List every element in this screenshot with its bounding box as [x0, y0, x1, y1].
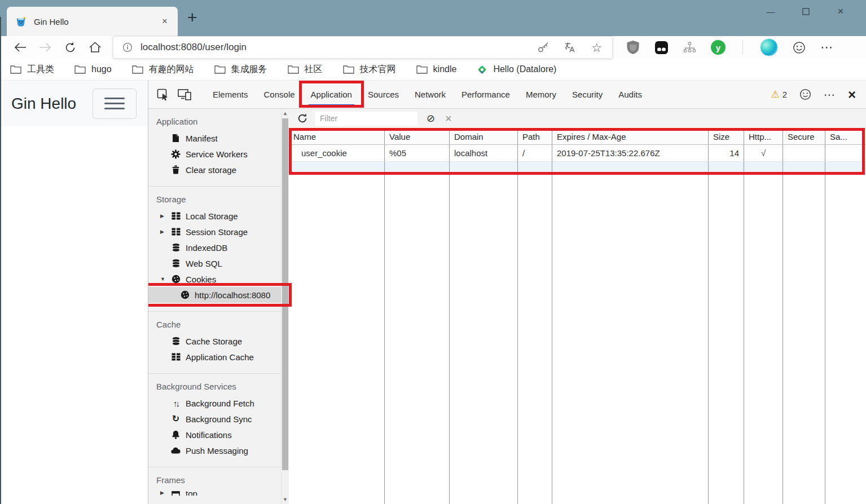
- devtools-tab-security[interactable]: Security: [564, 81, 610, 108]
- scrollbar-thumb[interactable]: [282, 118, 288, 470]
- devtools-tab-elements[interactable]: Elements: [205, 81, 256, 108]
- devtools-tab-performance[interactable]: Performance: [454, 81, 518, 108]
- page-brand[interactable]: Gin Hello: [11, 95, 76, 113]
- table-icon: [171, 227, 181, 237]
- devtools-tab-memory[interactable]: Memory: [518, 81, 564, 108]
- table-icon: [171, 352, 181, 362]
- cookie-filter-input[interactable]: [315, 112, 417, 126]
- sidebar-item-web-sql[interactable]: Web SQL: [148, 255, 281, 271]
- saved-password-key-icon[interactable]: [537, 41, 550, 54]
- tab-title: Gin Hello: [34, 17, 160, 26]
- sidebar-item-clear-storage[interactable]: Clear storage: [148, 162, 281, 178]
- back-icon[interactable]: [8, 42, 33, 53]
- sidebar-item-manifest[interactable]: Manifest: [148, 130, 281, 146]
- sidebar-item-indexeddb[interactable]: IndexedDB: [148, 240, 281, 255]
- sidebar-item-session-storage[interactable]: ▶ Session Storage: [148, 224, 281, 240]
- window-maximize-icon[interactable]: [788, 2, 823, 20]
- navbar-toggler-button[interactable]: [93, 89, 137, 119]
- sidebar-item-cookies[interactable]: ▼ Cookies: [148, 271, 281, 287]
- hamburger-icon: [104, 98, 125, 99]
- sidebar-item-background-fetch[interactable]: ↑↓ Background Fetch: [148, 395, 281, 411]
- bookmark-folder[interactable]: 有趣的网站: [132, 64, 194, 76]
- gear-icon: [171, 149, 181, 159]
- profile-avatar[interactable]: [760, 38, 778, 56]
- new-tab-icon[interactable]: +: [187, 8, 197, 27]
- refresh-icon[interactable]: [58, 41, 82, 54]
- sitemap-extension-icon[interactable]: [683, 41, 696, 54]
- browser-menu-icon[interactable]: ⋯: [820, 40, 833, 55]
- feedback-smiley-icon[interactable]: [793, 41, 806, 54]
- warnings-badge[interactable]: ⚠ 2: [771, 90, 787, 99]
- inspect-element-icon[interactable]: [157, 89, 169, 101]
- bookmark-folder[interactable]: 技术官网: [343, 64, 396, 76]
- sidebar-item-push-messaging[interactable]: Push Messaging: [148, 443, 281, 458]
- bookmark-folder[interactable]: kindle: [416, 64, 457, 74]
- sidebar-item-notifications[interactable]: Notifications: [148, 427, 281, 443]
- sidebar-item-cookies-localhost-8080[interactable]: http://localhost:8080: [148, 287, 281, 303]
- address-bar[interactable]: localhost:8080/user/login ☆: [113, 36, 613, 59]
- clear-all-cookies-icon[interactable]: ⊘: [427, 112, 435, 125]
- file-icon: [171, 134, 181, 143]
- scroll-up-icon[interactable]: ▲: [282, 110, 289, 116]
- scroll-down-icon[interactable]: ▼: [282, 497, 289, 502]
- sidebar-scrollbar[interactable]: ▲ ▼: [281, 109, 289, 504]
- favorite-star-icon[interactable]: ☆: [591, 42, 602, 54]
- device-toolbar-icon[interactable]: [178, 89, 192, 101]
- chevron-collapsed-icon[interactable]: ▶: [160, 229, 164, 235]
- devtools-close-icon[interactable]: ×: [848, 88, 856, 101]
- sidebar-item-background-sync[interactable]: ↻ Background Sync: [148, 411, 281, 427]
- column-header-name[interactable]: Name: [289, 129, 385, 144]
- devtools-feedback-icon[interactable]: [799, 89, 811, 100]
- column-header-samesite[interactable]: Sa...: [825, 129, 866, 144]
- column-header-path[interactable]: Path: [518, 129, 552, 144]
- devtools-tab-sources[interactable]: Sources: [360, 81, 407, 108]
- home-icon[interactable]: [82, 41, 107, 54]
- sidebar-item-local-storage[interactable]: ▶ Local Storage: [148, 208, 281, 224]
- column-header-expires[interactable]: Expires / Max-Age: [552, 129, 709, 144]
- window-minimize-icon[interactable]: —: [753, 2, 788, 20]
- bookmark-folder[interactable]: 社区: [288, 64, 323, 76]
- cookie-samesite: [825, 145, 866, 161]
- sidebar-item-service-workers[interactable]: Service Workers: [148, 146, 281, 162]
- sidebar-item-cache-storage[interactable]: Cache Storage: [148, 333, 281, 349]
- sync-icon: ↻: [171, 414, 181, 424]
- translate-icon[interactable]: [564, 41, 577, 54]
- ublock-extension-icon[interactable]: [626, 40, 640, 55]
- column-header-httponly[interactable]: Http...: [744, 129, 783, 144]
- darkreader-extension-icon[interactable]: [654, 41, 669, 55]
- bookmark-folder[interactable]: 集成服务: [214, 64, 267, 76]
- cookies-toolbar: ⊘ ×: [289, 109, 866, 129]
- cookie-row-user-cookie[interactable]: user_cookie %05 localhost / 2019-07-25T1…: [289, 145, 866, 162]
- browser-tab[interactable]: Gin Hello ×: [7, 7, 178, 36]
- chevron-collapsed-icon[interactable]: ▶: [160, 213, 164, 219]
- section-title-storage: Storage: [148, 192, 281, 208]
- column-header-secure[interactable]: Secure: [783, 129, 825, 144]
- chevron-expanded-icon[interactable]: ▼: [160, 276, 165, 282]
- column-header-domain[interactable]: Domain: [450, 129, 518, 144]
- cookie-table: Name Value Domain Path Expires / Max-Age…: [289, 129, 866, 504]
- forward-icon[interactable]: [33, 42, 58, 53]
- devtools-tab-application[interactable]: Application: [303, 81, 360, 108]
- sidebar-item-frame-top[interactable]: ▶ top: [148, 489, 281, 496]
- delete-selected-icon[interactable]: ×: [445, 112, 452, 125]
- cookie-name: user_cookie: [289, 145, 385, 161]
- sidebar-item-application-cache[interactable]: Application Cache: [148, 349, 281, 365]
- bookmark-folder[interactable]: 工具类: [10, 64, 54, 76]
- column-header-size[interactable]: Size: [709, 129, 744, 144]
- bookmark-datalore[interactable]: Hello (Datalore): [477, 64, 556, 75]
- cookie-size: 14: [709, 145, 744, 161]
- window-close-icon[interactable]: ×: [823, 2, 858, 20]
- refresh-cookies-icon[interactable]: [297, 113, 308, 124]
- devtools-tab-audits[interactable]: Audits: [610, 81, 650, 108]
- site-info-icon[interactable]: [122, 42, 133, 52]
- y-extension-icon[interactable]: y: [711, 40, 726, 55]
- section-title-frames: Frames: [148, 472, 281, 489]
- chevron-collapsed-icon[interactable]: ▶: [160, 490, 164, 496]
- column-header-value[interactable]: Value: [385, 129, 450, 144]
- devtools-tab-network[interactable]: Network: [407, 81, 454, 108]
- devtools-menu-icon[interactable]: ⋯: [824, 88, 836, 101]
- url-text[interactable]: localhost:8080/user/login: [140, 42, 537, 53]
- devtools-tab-console[interactable]: Console: [256, 81, 303, 108]
- bookmark-folder[interactable]: hugo: [74, 64, 112, 74]
- tab-close-icon[interactable]: ×: [160, 16, 170, 27]
